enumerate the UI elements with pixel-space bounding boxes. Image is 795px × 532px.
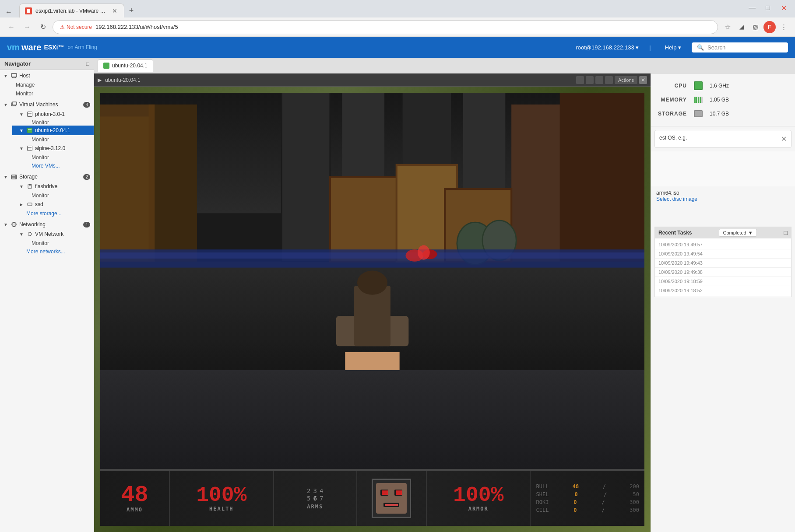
spacer-1 (651, 206, 795, 223)
notification-close-button[interactable]: ✕ (781, 135, 787, 143)
refresh-button[interactable]: ↻ (37, 21, 49, 33)
url-text[interactable]: 192.168.222.133/ui/#/host/vms/5 (95, 24, 178, 30)
alpine-monitor-label: Monitor (32, 154, 49, 161)
vms-item[interactable]: ▼ Virtual Machines 3 (0, 100, 94, 109)
tasks-header: Recent Tasks Completed ▼ □ (655, 227, 791, 238)
back-nav-button[interactable]: ← (5, 21, 18, 33)
resources-section: CPU 1.6 GHz MEMORY 1.05 GB (651, 74, 795, 126)
tasks-filter-dropdown[interactable]: Completed ▼ (719, 229, 756, 237)
alpine-vm-item[interactable]: ▼ alpine-3.12.0 (12, 144, 94, 153)
svg-rect-8 (27, 128, 32, 133)
more-networks-label: More networks... (26, 248, 65, 255)
console-icon-1[interactable] (576, 76, 584, 84)
doom-screen[interactable]: 48 AMMO 100% HEALTH (94, 87, 651, 532)
back-button[interactable]: ← (4, 7, 14, 18)
arm-4: 4 (320, 487, 323, 494)
ammo-shel-max: 50 (633, 491, 639, 497)
more-storage-item[interactable]: More storage... (12, 209, 94, 218)
memory-icon-shape (694, 97, 703, 103)
console-icon-4[interactable] (605, 76, 613, 84)
maximize-button[interactable]: □ (762, 2, 774, 14)
navigator-header: Navigator □ (0, 58, 94, 70)
menu-button[interactable]: ⋮ (777, 21, 790, 33)
vm-network-item[interactable]: ▼ VM Network (12, 229, 94, 239)
minimize-button[interactable]: — (746, 2, 758, 14)
storage-item[interactable]: ▼ Storage 2 (0, 172, 94, 182)
cast-button[interactable]: ◢ (735, 21, 748, 33)
tasks-maximize-button[interactable]: □ (784, 229, 788, 236)
select-disc-button[interactable]: Select disc image (656, 196, 790, 202)
forward-nav-button[interactable]: → (21, 21, 33, 33)
photon-vm-item[interactable]: ▼ photon-3.0-1 (12, 109, 94, 119)
alpine-expand-icon: ▼ (19, 146, 24, 151)
actions-button[interactable]: Actions (615, 76, 637, 84)
console-icon-2[interactable] (586, 76, 594, 84)
tab-close-button[interactable]: ✕ (111, 7, 119, 15)
hud-ammo-label: AMMO (127, 507, 143, 513)
arm-5: 5 (307, 495, 310, 502)
tab-title: esxipi1.virten.lab - VMware ESXi (35, 8, 107, 14)
flashdrive-monitor-item[interactable]: Monitor (12, 191, 94, 200)
svg-rect-18 (28, 203, 32, 206)
search-bar[interactable]: 🔍 (692, 42, 788, 52)
photon-monitor-item[interactable]: Monitor (12, 119, 94, 126)
window-controls: — □ ✕ (746, 2, 790, 14)
extensions-button[interactable]: ▧ (749, 21, 762, 33)
vm-console-titlebar: ▶ ubuntu-20.04.1 Actions ✕ (94, 74, 651, 87)
browser-chrome: ← esxipi1.virten.lab - VMware ESXi ✕ + —… (0, 0, 795, 37)
networking-item[interactable]: ▼ Networking 1 (0, 220, 94, 229)
doom-3d-scene (100, 93, 644, 370)
flashdrive-expand-icon: ▼ (19, 184, 24, 189)
ssd-item[interactable]: ► ssd (12, 200, 94, 209)
navigator-collapse-button[interactable]: □ (86, 61, 89, 67)
hud-arms-label: ARMS (307, 504, 323, 510)
navigator-sidebar: Navigator □ ▼ Host Manage Monitor (0, 58, 94, 532)
close-button[interactable]: ✕ (777, 2, 790, 14)
url-bar[interactable]: ⚠ Not secure 192.168.222.133/ui/#/host/v… (53, 20, 718, 34)
ubuntu-tab-icon (103, 63, 109, 69)
more-networks-item[interactable]: More networks... (12, 247, 94, 256)
ware-text: ware (21, 42, 42, 52)
console-actions: Actions ✕ (576, 76, 647, 84)
more-vms-item[interactable]: More VMs... (12, 161, 94, 170)
host-item[interactable]: ▼ Host (0, 71, 94, 80)
notification-box: est OS, e.g. ✕ (654, 130, 791, 148)
console-icon-3[interactable] (595, 76, 603, 84)
ubuntu-monitor-item[interactable]: Monitor (12, 135, 94, 144)
storage-label: Storage (19, 174, 38, 180)
ammo-roki-max: 300 (630, 499, 639, 505)
task-time-3: 10/09/2020 19:49:43 (658, 260, 703, 266)
console-close-icon[interactable]: ✕ (639, 76, 647, 84)
user-menu[interactable]: root@192.168.222.133 ▾ (576, 44, 639, 51)
search-input[interactable] (707, 44, 783, 51)
cpu-icon-shape (694, 81, 703, 90)
host-monitor-item[interactable]: Monitor (12, 89, 94, 98)
ammo-cell-label: CELL (536, 507, 549, 513)
hud-face-section (357, 471, 427, 526)
flashdrive-item[interactable]: ▼ flashdrive (12, 182, 94, 191)
host-monitor-label: Monitor (16, 91, 33, 97)
arm-3: 3 (313, 487, 317, 494)
memory-icon (692, 95, 704, 104)
ubuntu-tab[interactable]: ubuntu-20.04.1 (98, 60, 153, 72)
svg-point-22 (28, 232, 32, 236)
help-menu[interactable]: Help ▾ (661, 42, 685, 52)
host-expand-icon: ▼ (4, 74, 8, 78)
manage-item[interactable]: Manage (12, 80, 94, 89)
networking-expand-icon: ▼ (4, 222, 8, 227)
networking-badge: 1 (83, 222, 90, 228)
storage-children: ▼ flashdrive Monitor ► ssd (0, 182, 94, 218)
vm-network-monitor-item[interactable]: Monitor (12, 239, 94, 247)
new-tab-button[interactable]: + (124, 4, 138, 18)
tasks-title: Recent Tasks (658, 230, 692, 236)
bookmark-button[interactable]: ☆ (721, 21, 734, 33)
vms-badge: 3 (83, 102, 90, 108)
main-layout: Navigator □ ▼ Host Manage Monitor (0, 58, 795, 532)
alpine-monitor-item[interactable]: Monitor (12, 153, 94, 161)
active-tab[interactable]: esxipi1.virten.lab - VMware ESXi ✕ (19, 4, 124, 18)
profile-button[interactable]: F (763, 21, 776, 33)
networking-label: Networking (19, 221, 46, 228)
ubuntu-vm-item[interactable]: ▼ ubuntu-20.04.1 (12, 126, 94, 135)
svg-rect-41 (100, 252, 644, 259)
task-row-3: 10/09/2020 19:49:43 (655, 259, 791, 268)
